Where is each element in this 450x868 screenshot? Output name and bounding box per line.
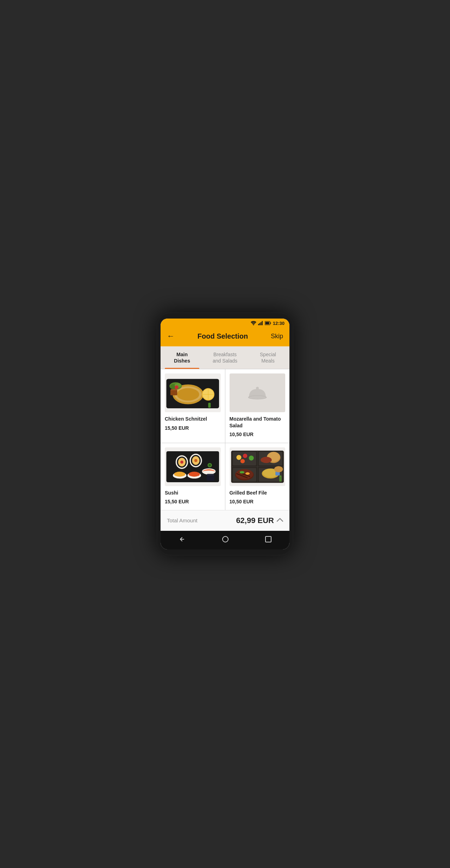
svg-rect-4 xyxy=(262,321,263,325)
total-amount: 62,99 EUR xyxy=(236,516,274,525)
tab-breakfasts-salads[interactable]: Breakfastsand Salads xyxy=(204,346,246,369)
total-bar: Total Amount 62,99 EUR xyxy=(161,510,289,531)
food-price-grilled-beef: 10,50 EUR xyxy=(230,499,286,504)
status-bar: 12:30 xyxy=(161,319,289,328)
status-icons: 12:30 xyxy=(251,321,285,326)
food-name-mozarella-salad: Mozarella and Tomato Salad xyxy=(230,416,286,428)
back-button[interactable]: ← xyxy=(167,332,175,341)
svg-point-61 xyxy=(239,471,244,473)
page-title: Food Selection xyxy=(198,332,248,340)
svg-point-41 xyxy=(208,464,211,466)
food-image-sushi xyxy=(165,447,221,486)
svg-point-50 xyxy=(249,455,254,460)
svg-rect-6 xyxy=(265,322,269,324)
bottom-nav xyxy=(161,531,289,549)
food-placeholder-icon xyxy=(230,373,286,412)
svg-point-71 xyxy=(223,536,228,542)
svg-rect-3 xyxy=(261,322,262,325)
food-card-grilled-beef[interactable]: Grilled Beef File 10,50 EUR xyxy=(225,443,290,510)
food-price-mozarella-salad: 10,50 EUR xyxy=(230,432,286,437)
svg-rect-1 xyxy=(258,324,259,325)
total-amount-container[interactable]: 62,99 EUR xyxy=(236,516,283,525)
svg-rect-2 xyxy=(259,323,260,325)
svg-point-30 xyxy=(180,460,183,464)
svg-rect-22 xyxy=(208,403,211,408)
svg-rect-20 xyxy=(170,390,177,396)
food-grid: Chicken Schnitzel 15,50 EUR xyxy=(161,369,289,510)
food-image-chicken-schnitzel xyxy=(165,373,221,412)
wifi-icon xyxy=(251,321,256,326)
tab-special-meals[interactable]: SpecialMeals xyxy=(246,346,289,369)
signal-icon xyxy=(258,321,263,326)
tab-bar: MainDishes Breakfastsand Salads SpecialM… xyxy=(161,346,289,369)
food-image-grilled-beef xyxy=(230,447,286,486)
food-card-mozarella-salad[interactable]: Mozarella and Tomato Salad 10,50 EUR xyxy=(225,369,290,442)
svg-point-36 xyxy=(174,472,185,477)
food-price-chicken-schnitzel: 15,50 EUR xyxy=(165,425,221,431)
svg-point-49 xyxy=(243,454,247,458)
svg-rect-67 xyxy=(279,475,281,477)
svg-rect-7 xyxy=(270,322,271,324)
svg-rect-72 xyxy=(265,536,271,542)
svg-point-34 xyxy=(194,459,198,462)
food-card-sushi[interactable]: Sushi 15,50 EUR xyxy=(161,443,225,510)
svg-rect-66 xyxy=(279,476,281,482)
svg-point-70 xyxy=(274,466,283,472)
food-name-grilled-beef: Grilled Beef File xyxy=(230,490,286,496)
battery-icon xyxy=(265,321,271,326)
tab-main-dishes[interactable]: MainDishes xyxy=(161,346,204,369)
nav-recents-button[interactable] xyxy=(265,536,271,544)
svg-point-11 xyxy=(177,388,199,401)
app-bar: ← Food Selection Skip xyxy=(161,328,289,346)
food-name-chicken-schnitzel: Chicken Schnitzel xyxy=(165,416,221,422)
svg-point-62 xyxy=(245,472,249,475)
svg-rect-21 xyxy=(171,389,177,391)
phone-screen: 12:30 ← Food Selection Skip MainDishes B… xyxy=(161,319,289,549)
svg-point-55 xyxy=(261,457,272,463)
svg-point-19 xyxy=(175,385,179,389)
food-card-chicken-schnitzel[interactable]: Chicken Schnitzel 15,50 EUR xyxy=(161,369,225,442)
skip-button[interactable]: Skip xyxy=(271,333,283,340)
nav-back-button[interactable] xyxy=(179,536,186,545)
phone-frame: 12:30 ← Food Selection Skip MainDishes B… xyxy=(156,312,294,556)
nav-home-button[interactable] xyxy=(222,536,229,545)
svg-point-0 xyxy=(253,324,254,325)
food-image-mozarella-salad xyxy=(230,373,286,412)
chevron-up-icon[interactable] xyxy=(277,517,283,524)
total-label: Total Amount xyxy=(167,517,198,523)
svg-point-38 xyxy=(189,472,200,477)
status-time: 12:30 xyxy=(273,321,285,326)
food-name-sushi: Sushi xyxy=(165,490,221,496)
svg-rect-69 xyxy=(276,472,280,475)
svg-point-51 xyxy=(240,459,244,463)
food-price-sushi: 15,50 EUR xyxy=(165,499,221,504)
svg-rect-43 xyxy=(207,474,214,475)
svg-point-48 xyxy=(236,455,241,460)
svg-point-25 xyxy=(256,387,259,390)
